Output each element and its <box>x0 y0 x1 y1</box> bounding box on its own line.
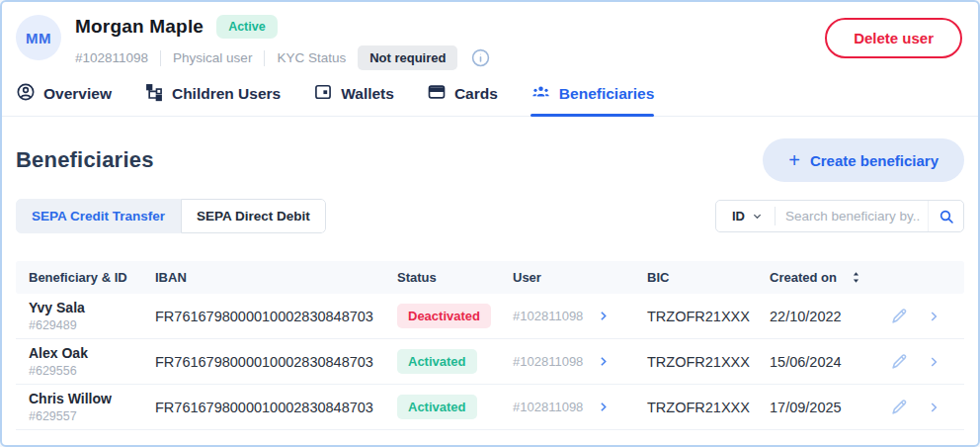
search-field-value: ID <box>732 209 745 224</box>
plus-icon: + <box>788 150 800 170</box>
card-icon <box>427 82 447 106</box>
col-bic: BIC <box>647 270 770 285</box>
bic-value: TRZOFR21XXX <box>647 354 770 370</box>
row-chevron-right-icon[interactable] <box>927 310 940 323</box>
col-beneficiary-id: Beneficiary & ID <box>29 270 155 285</box>
table-row[interactable]: Yvy Sala #629489 FR761679800001000283084… <box>16 294 964 339</box>
edit-pencil-icon[interactable] <box>890 398 909 416</box>
col-status: Status <box>397 270 513 285</box>
user-link-chevron-icon[interactable] <box>597 355 610 368</box>
status-badge: Activated <box>397 349 477 374</box>
status-badge: Active <box>216 15 278 39</box>
divider <box>264 50 265 66</box>
row-chevron-right-icon[interactable] <box>927 355 940 369</box>
wallet-icon <box>313 82 333 106</box>
beneficiary-name: Chris Willow <box>29 391 155 406</box>
created-on-value: 17/09/2025 <box>770 400 890 415</box>
sort-icon[interactable] <box>851 271 861 284</box>
tab-overview[interactable]: Overview <box>16 71 112 116</box>
user-link-chevron-icon[interactable] <box>597 310 610 322</box>
kyc-status-label: KYC Status <box>277 50 346 65</box>
table-row[interactable]: Alex Oak #629556 FR761679800001000283084… <box>16 339 964 385</box>
search-field-selector[interactable]: ID <box>716 209 775 224</box>
user-type: Physical user <box>173 50 252 65</box>
tab-beneficiaries[interactable]: Beneficiaries <box>531 71 655 116</box>
bic-value: TRZOFR21XXX <box>647 309 770 324</box>
edit-pencil-icon[interactable] <box>890 352 909 371</box>
tab-wallets[interactable]: Wallets <box>313 71 394 116</box>
tab-children-users[interactable]: Children Users <box>144 71 281 116</box>
col-created-on: Created on <box>770 270 890 285</box>
row-chevron-right-icon[interactable] <box>927 401 940 414</box>
transfer-type-toggle: SEPA Credit Transfer SEPA Direct Debit <box>16 199 326 233</box>
chevron-down-icon <box>752 211 763 222</box>
page-title: Beneficiaries <box>16 147 154 173</box>
status-badge: Activated <box>397 395 477 419</box>
user-header: MM Morgan Maple Active #102811098 Physic… <box>2 2 978 70</box>
user-id-value: #102811098 <box>513 309 583 323</box>
create-beneficiary-button[interactable]: + Create beneficiary <box>763 138 964 182</box>
tab-label: Children Users <box>172 85 281 103</box>
iban-value: FR7616798000010002830848703 <box>155 309 397 324</box>
tab-label: Overview <box>43 85 112 103</box>
beneficiary-id: #629489 <box>29 318 155 332</box>
status-badge: Deactivated <box>397 304 491 328</box>
col-user: User <box>513 270 647 285</box>
bic-value: TRZOFR21XXX <box>647 400 770 415</box>
tab-label: Cards <box>454 85 498 103</box>
search-input[interactable] <box>776 209 928 224</box>
beneficiary-id: #629556 <box>29 364 155 378</box>
tab-cards[interactable]: Cards <box>427 71 498 116</box>
col-iban: IBAN <box>155 270 397 285</box>
search-box: ID <box>715 200 964 232</box>
tab-bar: Overview Children Users Wallets <box>2 71 978 117</box>
created-on-value: 15/06/2024 <box>770 354 890 370</box>
create-beneficiary-label: Create beneficiary <box>810 152 939 169</box>
tab-label: Wallets <box>341 85 394 103</box>
kyc-status-badge: Not required <box>358 45 457 70</box>
person-circle-icon <box>16 82 36 106</box>
search-icon[interactable] <box>928 201 963 231</box>
user-id: #102811098 <box>75 50 148 65</box>
user-id-value: #102811098 <box>513 354 583 369</box>
table-header: Beneficiary & ID IBAN Status User BIC Cr… <box>16 261 964 294</box>
filter-sepa-credit-transfer[interactable]: SEPA Credit Transfer <box>16 199 181 233</box>
beneficiary-name: Alex Oak <box>29 345 155 361</box>
divider <box>160 50 161 66</box>
info-icon[interactable] <box>471 48 490 67</box>
avatar: MM <box>16 15 61 60</box>
user-id-value: #102811098 <box>513 400 583 414</box>
beneficiaries-table: Beneficiary & ID IBAN Status User BIC Cr… <box>16 261 964 430</box>
user-detail-page: MM Morgan Maple Active #102811098 Physic… <box>0 0 980 447</box>
col-created-on-label: Created on <box>770 270 837 285</box>
user-link-chevron-icon[interactable] <box>597 401 610 413</box>
beneficiary-name: Yvy Sala <box>29 300 155 315</box>
people-group-icon <box>531 82 551 106</box>
user-name: Morgan Maple <box>75 16 204 38</box>
iban-value: FR7616798000010002830848703 <box>155 354 397 370</box>
iban-value: FR7616798000010002830848703 <box>155 400 397 415</box>
created-on-value: 22/10/2022 <box>770 309 890 324</box>
table-row[interactable]: Chris Willow #629557 FR76167980000100028… <box>16 385 964 430</box>
edit-pencil-icon[interactable] <box>890 307 909 325</box>
filter-sepa-direct-debit[interactable]: SEPA Direct Debit <box>181 199 326 233</box>
org-chart-icon <box>144 82 164 106</box>
tab-label: Beneficiaries <box>559 85 655 103</box>
delete-user-button[interactable]: Delete user <box>825 18 962 58</box>
beneficiary-id: #629557 <box>29 409 155 423</box>
